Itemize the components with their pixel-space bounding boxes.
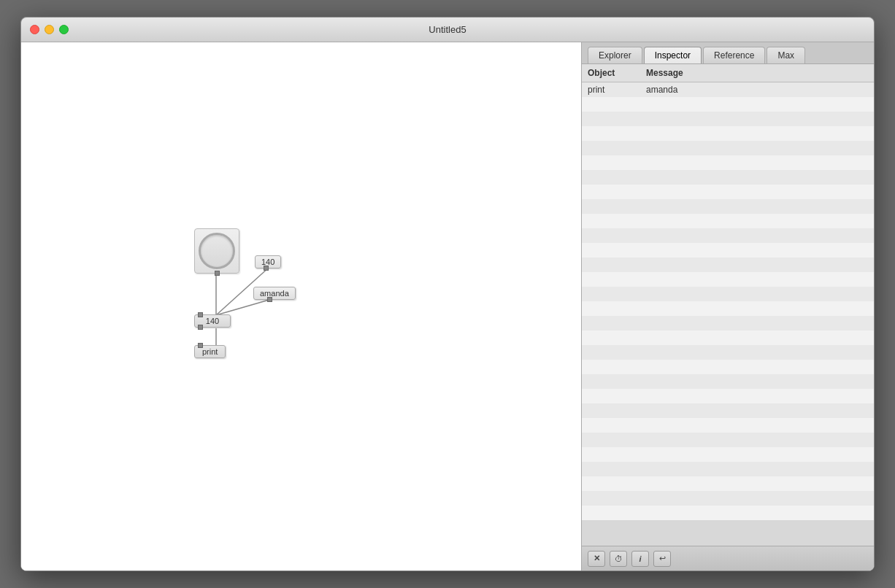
canvas-inner[interactable]: 140 amanda 140 print xyxy=(21,42,581,570)
right-panel: Explorer Inspector Reference Max Object … xyxy=(582,42,874,570)
table-row xyxy=(582,214,874,228)
timer-button[interactable]: ⏱ xyxy=(610,551,627,567)
table-row xyxy=(582,185,874,199)
main-content: 140 amanda 140 print xyxy=(21,42,874,570)
cell-object xyxy=(582,117,640,120)
main-window: Untitled5 xyxy=(20,17,875,571)
port-bottom-140b xyxy=(198,325,203,330)
port-top-print xyxy=(198,343,203,348)
port-bottom-140a xyxy=(264,266,269,271)
table-row: printamanda xyxy=(582,82,874,97)
cell-object xyxy=(582,278,640,281)
title-bar: Untitled5 xyxy=(21,18,874,42)
table-row xyxy=(582,360,874,374)
table-row xyxy=(582,403,874,418)
node-amanda[interactable]: amanda xyxy=(253,287,296,300)
table-row xyxy=(582,272,874,287)
table-row xyxy=(582,301,874,316)
connections-svg xyxy=(21,42,581,570)
cell-message xyxy=(640,322,874,325)
cell-object xyxy=(582,249,640,252)
cell-message xyxy=(640,176,874,179)
port-top-140b xyxy=(198,312,203,317)
table-row xyxy=(582,170,874,185)
window-title: Untitled5 xyxy=(429,24,466,35)
cell-object xyxy=(582,293,640,295)
panel-table: Object Message printamanda xyxy=(582,64,874,546)
cell-object xyxy=(582,205,640,208)
cell-message xyxy=(640,147,874,150)
table-row xyxy=(582,155,874,170)
table-row xyxy=(582,389,874,403)
cell-message xyxy=(640,132,874,135)
cell-object xyxy=(582,322,640,325)
tab-max[interactable]: Max xyxy=(767,47,805,63)
canvas-area: 140 amanda 140 print xyxy=(21,42,582,570)
table-row xyxy=(582,476,874,491)
cell-object xyxy=(582,190,640,193)
cell-object xyxy=(582,161,640,164)
cell-object xyxy=(582,307,640,310)
table-row xyxy=(582,506,874,520)
cell-object xyxy=(582,234,640,237)
cell-object xyxy=(582,424,640,427)
cell-message xyxy=(640,278,874,281)
maximize-button[interactable] xyxy=(59,25,69,34)
cell-object xyxy=(582,147,640,150)
cell-message xyxy=(640,395,874,398)
node-140b[interactable]: 140 xyxy=(194,314,231,328)
cell-message xyxy=(640,205,874,208)
cell-object xyxy=(582,497,640,500)
cell-object xyxy=(582,453,640,456)
cell-object xyxy=(582,336,640,339)
cell-message xyxy=(640,234,874,237)
clear-button[interactable]: ✕ xyxy=(588,551,605,567)
minimize-button[interactable] xyxy=(45,25,54,34)
table-row xyxy=(582,418,874,433)
cell-message xyxy=(640,380,874,383)
cell-message xyxy=(640,336,874,339)
panel-content: Object Message printamanda ✕ ⏱ i ↩ xyxy=(582,64,874,570)
cell-message xyxy=(640,409,874,412)
table-row xyxy=(582,228,874,243)
cell-object xyxy=(582,482,640,485)
cell-object xyxy=(582,351,640,354)
cell-message xyxy=(640,307,874,310)
table-header: Object Message xyxy=(582,64,874,82)
cell-message xyxy=(640,263,874,266)
table-row xyxy=(582,243,874,258)
tab-reference[interactable]: Reference xyxy=(703,47,765,63)
table-row xyxy=(582,345,874,360)
node-140a[interactable]: 140 xyxy=(255,255,281,268)
cell-message xyxy=(640,293,874,295)
node-print[interactable]: print xyxy=(194,345,226,358)
cell-object xyxy=(582,438,640,441)
cell-object xyxy=(582,365,640,368)
cell-message xyxy=(640,161,874,164)
cell-message xyxy=(640,117,874,120)
cell-message xyxy=(640,453,874,456)
header-message: Message xyxy=(640,66,874,80)
tab-explorer[interactable]: Explorer xyxy=(588,47,642,63)
table-row xyxy=(582,433,874,447)
tab-inspector[interactable]: Inspector xyxy=(644,47,702,63)
cell-message xyxy=(640,482,874,485)
back-button[interactable]: ↩ xyxy=(653,551,671,567)
cell-message xyxy=(640,438,874,441)
cell-object xyxy=(582,263,640,266)
close-button[interactable] xyxy=(30,25,39,34)
cell-message xyxy=(640,103,874,106)
table-row xyxy=(582,126,874,141)
rinfo-button[interactable]: i xyxy=(631,551,649,567)
table-row xyxy=(582,447,874,462)
traffic-lights xyxy=(30,25,69,34)
cell-object xyxy=(582,176,640,179)
cell-message xyxy=(640,351,874,354)
cell-object xyxy=(582,511,640,514)
cell-message xyxy=(640,249,874,252)
table-row xyxy=(582,97,874,112)
cell-object xyxy=(582,395,640,398)
circle-node[interactable] xyxy=(194,228,239,274)
table-row xyxy=(582,258,874,272)
cell-object xyxy=(582,409,640,412)
